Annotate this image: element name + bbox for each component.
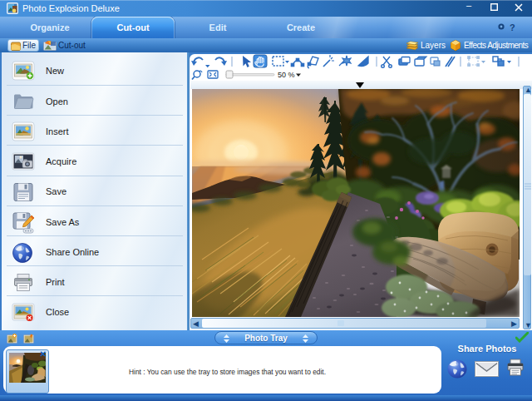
svg-text:?: ? xyxy=(510,22,515,32)
svg-text:50 %: 50 % xyxy=(278,71,295,79)
